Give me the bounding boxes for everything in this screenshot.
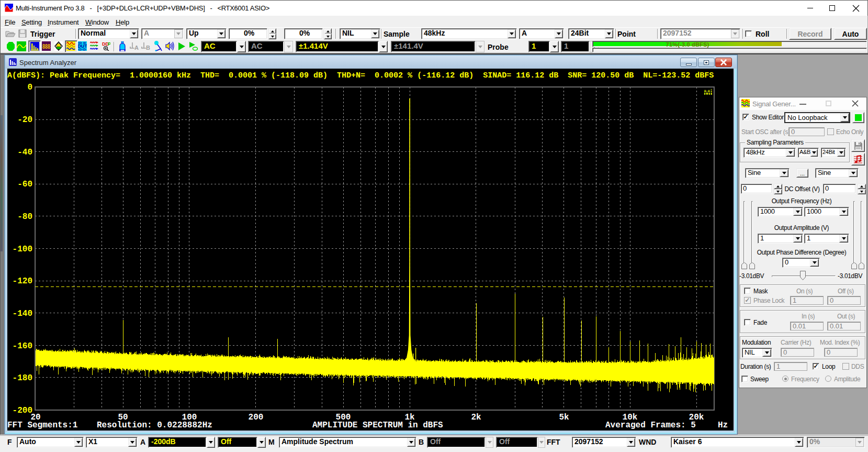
svg-text:888: 888 (42, 43, 50, 50)
svg-text:P: P (108, 41, 110, 47)
svg-text:B: B (146, 45, 150, 50)
svg-text:DUT: DUT (78, 43, 87, 49)
svg-text:A: A (134, 45, 139, 50)
